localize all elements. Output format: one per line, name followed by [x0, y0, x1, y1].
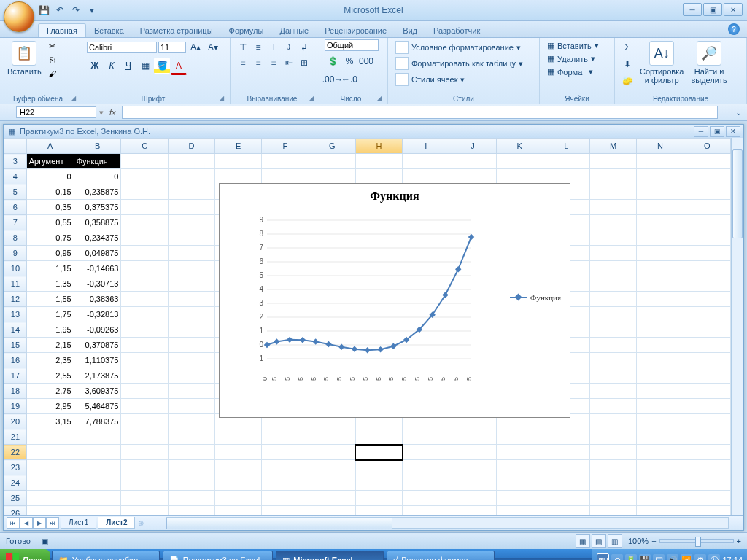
sheet-nav-next-icon[interactable]: ▶ [33, 517, 46, 529]
increase-decimal-icon[interactable]: .00→ [325, 71, 341, 88]
new-sheet-icon[interactable]: ⊕ [138, 519, 144, 527]
sheet-nav-last-icon[interactable]: ⏭ [46, 517, 59, 529]
sheet-nav-first-icon[interactable]: ⏮ [7, 517, 20, 529]
formula-input[interactable] [122, 106, 718, 119]
fill-color-button[interactable]: 🪣 [154, 58, 170, 74]
view-pagebreak-icon[interactable]: ▥ [608, 534, 622, 548]
currency-icon[interactable]: 💲 [325, 53, 341, 69]
restore-button[interactable]: ▣ [703, 3, 722, 16]
cell-styles-button[interactable]: Стили ячеек ▾ [392, 71, 535, 88]
tab-data[interactable]: Данные [271, 24, 317, 37]
clock[interactable]: 17:14 [722, 556, 743, 560]
autosum-icon[interactable]: Σ [619, 39, 635, 55]
format-as-table-button[interactable]: Форматировать как таблицу ▾ [392, 55, 535, 71]
tab-developer[interactable]: Разработчик [425, 24, 488, 37]
horizontal-scrollbar[interactable] [166, 517, 729, 529]
tab-formulas[interactable]: Формулы [221, 24, 272, 37]
tray-icon[interactable]: 🔋 [625, 554, 637, 560]
doc-restore-button[interactable]: ▣ [710, 126, 724, 137]
zoom-in-icon[interactable]: + [737, 537, 741, 545]
shrink-font-icon[interactable]: A▾ [205, 39, 221, 55]
fx-icon[interactable]: fx [109, 108, 116, 117]
taskbar-item-word[interactable]: 📄 Практикум3 по Excel... [163, 551, 274, 560]
format-cells-button[interactable]: ▦ Формат ▾ [544, 66, 610, 78]
align-left-icon[interactable]: ≡ [235, 55, 251, 71]
name-box[interactable] [16, 106, 96, 118]
tray-icon[interactable]: 💾 [639, 554, 651, 560]
cut-icon[interactable]: ✂ [46, 39, 59, 52]
view-layout-icon[interactable]: ▤ [592, 534, 606, 548]
decrease-decimal-icon[interactable]: ←.0 [341, 71, 357, 88]
svg-text:1: 1 [259, 327, 263, 335]
italic-button[interactable]: К [104, 58, 120, 74]
help-icon[interactable]: ? [728, 23, 740, 35]
font-name-input[interactable] [87, 42, 157, 53]
view-normal-icon[interactable]: ▦ [576, 534, 590, 548]
align-bottom-icon[interactable]: ⊥ [266, 39, 282, 55]
conditional-formatting-button[interactable]: Условное форматирование ▾ [392, 39, 535, 55]
delete-cells-button[interactable]: ▦ Удалить ▾ [544, 52, 610, 65]
copy-icon[interactable]: ⎘ [46, 53, 59, 66]
tray-icon[interactable]: 🛡 [653, 554, 665, 560]
tab-insert[interactable]: Вставка [86, 24, 132, 37]
taskbar-item-equation[interactable]: √ Редактор формул [387, 551, 495, 560]
tray-icon[interactable]: ⓑ [708, 554, 720, 560]
redo-icon[interactable]: ↷ [70, 4, 82, 16]
decrease-indent-icon[interactable]: ⇤ [281, 55, 297, 71]
office-button[interactable] [4, 1, 34, 32]
border-button[interactable]: ▦ [137, 58, 153, 74]
minimize-button[interactable]: ─ [683, 3, 702, 16]
tab-view[interactable]: Вид [395, 24, 425, 37]
taskbar-item-excel[interactable]: ▦ Microsoft Excel [276, 551, 384, 560]
svg-text:2,15: 2,15 [400, 377, 408, 381]
underline-button[interactable]: Ч [120, 58, 136, 74]
align-center-icon[interactable]: ≡ [250, 55, 266, 71]
insert-cells-button[interactable]: ▦ Вставить ▾ [544, 39, 610, 52]
tab-review[interactable]: Рецензирование [317, 24, 395, 37]
align-right-icon[interactable]: ≡ [266, 55, 282, 71]
zoom-out-icon[interactable]: − [651, 537, 656, 545]
format-painter-icon[interactable]: 🖌 [46, 67, 59, 80]
find-select-button[interactable]: 🔎 Найти и выделить [688, 39, 729, 89]
close-button[interactable]: ✕ [724, 3, 743, 16]
taskbar-item-folder[interactable]: 📁 Учебные пособия [52, 551, 160, 560]
qat-dropdown-icon[interactable]: ▾ [86, 4, 98, 16]
sheet-tab-1[interactable]: Лист1 [61, 517, 96, 529]
tray-icon[interactable]: ⊙ [611, 554, 623, 560]
bold-button[interactable]: Ж [87, 58, 103, 74]
orientation-icon[interactable]: ⤸ [281, 39, 297, 55]
undo-icon[interactable]: ↶ [54, 4, 66, 16]
start-button[interactable]: Пуск [0, 549, 50, 560]
tray-icon[interactable]: 📶 [681, 554, 692, 560]
comma-icon[interactable]: 000 [358, 53, 374, 69]
sheet-nav-prev-icon[interactable]: ◀ [20, 517, 33, 529]
embedded-chart[interactable]: Функция -1012345678900,150,350,550,750,9… [219, 183, 570, 418]
zoom-slider[interactable] [659, 539, 734, 543]
sheet-tab-2[interactable]: Лист2 [98, 517, 135, 529]
wrap-text-icon[interactable]: ↲ [296, 39, 312, 55]
align-top-icon[interactable]: ⊤ [235, 39, 251, 55]
doc-minimize-button[interactable]: ─ [694, 126, 708, 137]
tab-page-layout[interactable]: Разметка страницы [132, 24, 221, 37]
clear-icon[interactable]: 🧽 [619, 73, 635, 89]
paste-button[interactable]: 📋 Вставить [4, 39, 44, 80]
fill-icon[interactable]: ⬇ [619, 56, 635, 72]
save-icon[interactable]: 💾 [38, 4, 50, 16]
tab-home[interactable]: Главная [38, 23, 86, 37]
zoom-level[interactable]: 100% [628, 537, 649, 545]
merge-cells-icon[interactable]: ⊞ [296, 55, 312, 71]
number-format-input[interactable] [325, 39, 379, 51]
expand-formula-bar-icon[interactable]: ⌄ [732, 108, 744, 117]
align-middle-icon[interactable]: ≡ [250, 39, 266, 55]
grow-font-icon[interactable]: A▴ [187, 39, 204, 55]
font-color-button[interactable]: A [171, 58, 187, 75]
tray-icon[interactable]: 🔊 [667, 554, 678, 560]
macro-record-icon[interactable]: ▣ [41, 537, 48, 546]
font-size-input[interactable] [158, 42, 186, 53]
doc-close-button[interactable]: ✕ [726, 126, 740, 137]
vertical-scrollbar[interactable] [731, 138, 743, 515]
tray-icon[interactable]: ⚙ [694, 554, 706, 560]
percent-icon[interactable]: % [341, 53, 357, 69]
language-indicator[interactable]: RU [597, 553, 609, 560]
sort-filter-button[interactable]: A↓ Сортировка и фильтр [637, 39, 686, 89]
